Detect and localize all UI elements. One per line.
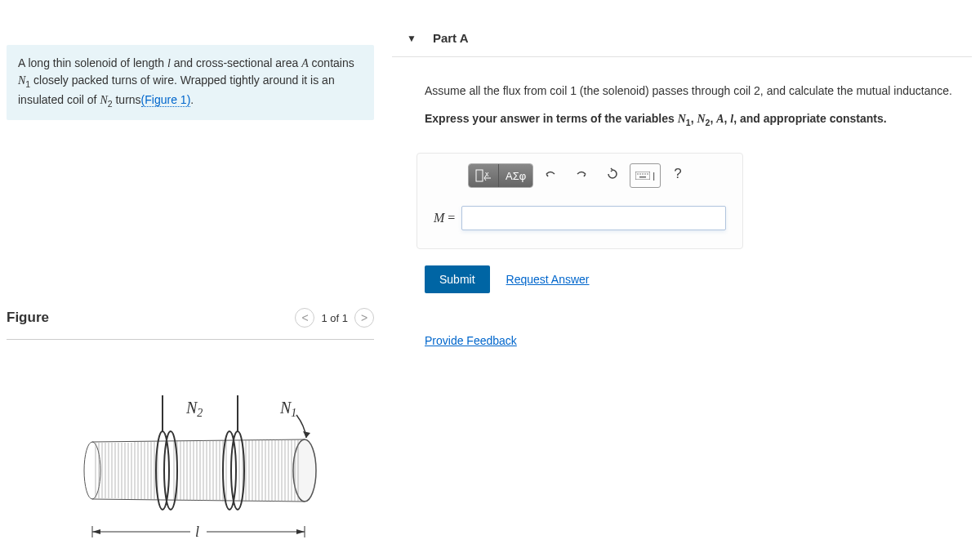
figure-pagination: < 1 of 1 > — [295, 308, 374, 328]
request-answer-link[interactable]: Request Answer — [506, 273, 590, 286]
submit-button[interactable]: Submit — [425, 265, 490, 293]
svg-text:N2: N2 — [185, 399, 203, 419]
reset-icon — [606, 167, 619, 181]
undo-icon — [544, 168, 557, 180]
help-button[interactable]: ? — [666, 163, 689, 185]
reset-button[interactable] — [601, 163, 624, 185]
keyboard-icon — [635, 172, 650, 180]
svg-point-83 — [647, 174, 648, 176]
svg-marker-66 — [303, 431, 310, 438]
svg-rect-78 — [635, 172, 650, 180]
figure-diagram: N2 N1 l — [7, 372, 374, 544]
figure-page-indicator: 1 of 1 — [321, 312, 348, 324]
svg-point-80 — [639, 174, 641, 176]
figure-title: Figure — [7, 310, 49, 326]
svg-point-81 — [642, 174, 644, 176]
svg-point-79 — [637, 174, 639, 176]
svg-line-3 — [92, 499, 305, 502]
redo-button[interactable] — [570, 163, 593, 185]
provide-feedback-link[interactable]: Provide Feedback — [425, 334, 517, 347]
svg-rect-84 — [639, 176, 646, 178]
svg-text:l: l — [195, 524, 199, 540]
keyboard-button[interactable]: | — [630, 163, 661, 188]
undo-button[interactable] — [539, 163, 562, 185]
equation-label: M = — [434, 211, 455, 225]
answer-input[interactable] — [461, 206, 726, 230]
figure-prev-button[interactable]: < — [295, 308, 314, 328]
svg-point-61 — [164, 431, 177, 510]
svg-line-2 — [92, 439, 305, 442]
problem-statement: A long thin solenoid of length l and cro… — [7, 45, 374, 120]
instruction-text: Assume all the flux from coil 1 (the sol… — [425, 82, 964, 101]
svg-rect-76 — [476, 170, 483, 181]
figure-link[interactable]: (Figure 1) — [141, 93, 191, 107]
part-header[interactable]: ▼ Part A — [392, 25, 972, 57]
template-icon: x — [475, 169, 492, 182]
svg-point-1 — [293, 439, 316, 502]
svg-point-63 — [231, 431, 244, 510]
redo-icon — [575, 168, 588, 180]
svg-point-82 — [644, 174, 646, 176]
svg-point-60 — [156, 431, 169, 510]
svg-point-0 — [84, 442, 100, 499]
figure-next-button[interactable]: > — [354, 308, 374, 328]
instruction-format: Express your answer in terms of the vari… — [425, 109, 964, 131]
svg-marker-73 — [296, 529, 305, 534]
svg-text:x: x — [485, 170, 489, 178]
symbols-tool-button[interactable]: ΑΣφ — [499, 164, 532, 187]
svg-text:N1: N1 — [279, 399, 296, 419]
templates-tool-button[interactable]: x — [469, 164, 499, 187]
part-title: Part A — [433, 31, 469, 45]
collapse-icon: ▼ — [407, 33, 416, 44]
svg-point-62 — [223, 431, 236, 510]
svg-marker-72 — [92, 529, 100, 534]
answer-box: x ΑΣφ | ? M = — [416, 153, 743, 249]
